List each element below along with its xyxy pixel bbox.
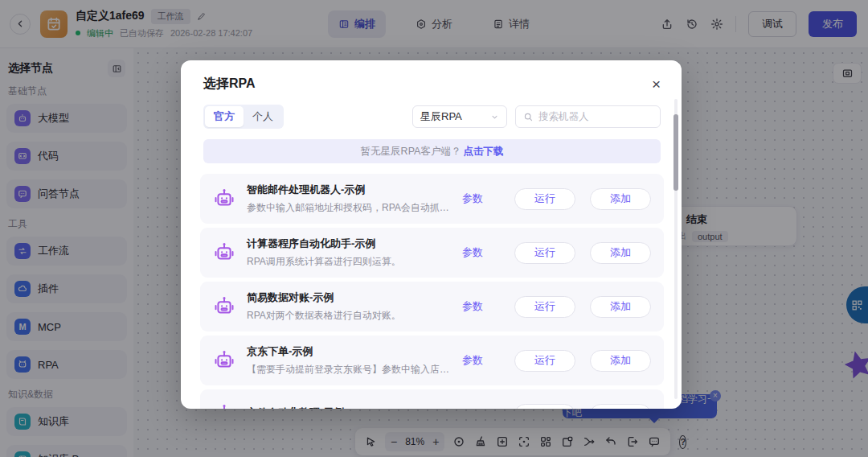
run-button[interactable]: 运行 (514, 242, 575, 264)
dropdown-value: 星辰RPA (420, 109, 462, 124)
search-input[interactable] (538, 111, 653, 122)
download-link[interactable]: 点击下载 (463, 145, 503, 159)
rpa-client-banner: 暂无星辰RPA客户端？ 点击下载 (203, 139, 661, 163)
chevron-down-icon (490, 113, 499, 121)
add-button[interactable]: 添加 (590, 404, 651, 410)
robot-row: 计算器程序自动化助手-示例 RPA调用系统计算器进行四则运算。 参数 运行 添加 (200, 228, 664, 278)
robot-title: 智能邮件处理机器人-示例 (247, 183, 454, 197)
robot-title: 计算器程序自动化助手-示例 (247, 237, 454, 251)
add-button[interactable]: 添加 (590, 350, 651, 372)
banner-text: 暂无星辰RPA客户端？ (361, 145, 461, 159)
robot-desc: 【需要手动提前登录京东账号】参数中输入店铺名和商品名，RPA会自动... (247, 363, 454, 377)
robot-icon (213, 295, 237, 318)
param-link[interactable]: 参数 (462, 407, 483, 409)
tab-personal[interactable]: 个人 (244, 106, 282, 127)
robot-row: 简易数据对账-示例 RPA对两个数据表格进行自动对账。 参数 运行 添加 (200, 282, 664, 331)
robot-row: 京东下单-示例 【需要手动提前登录京东账号】参数中输入店铺名和商品名，RPA会自… (200, 336, 664, 385)
param-link[interactable]: 参数 (462, 299, 483, 314)
run-button[interactable]: 运行 (514, 296, 575, 318)
param-link[interactable]: 参数 (462, 245, 483, 260)
tab-official[interactable]: 官方 (205, 106, 244, 127)
robot-desc: RPA调用系统计算器进行四则运算。 (247, 255, 454, 269)
run-button[interactable]: 运行 (514, 404, 575, 410)
modal-title: 选择RPA (203, 76, 256, 93)
rpa-source-tabs: 官方 个人 (203, 105, 284, 129)
run-button[interactable]: 运行 (514, 350, 575, 372)
robot-icon (213, 187, 237, 210)
rpa-platform-dropdown[interactable]: 星辰RPA (412, 105, 507, 128)
robot-row: 文件自动化整理-示例 参数 运行 添加 (200, 389, 664, 409)
workflow-editor: 自定义1afe69 工作流 编辑中 已自动保存 2026-02-28 17:42… (0, 0, 868, 457)
robot-icon (213, 403, 237, 409)
modal-scrollbar-thumb[interactable] (674, 114, 678, 191)
select-rpa-modal: 选择RPA × 官方 个人 星辰RPA 暂无星辰RPA客户端？ 点击下载 (181, 60, 682, 409)
robot-search-box (515, 105, 661, 128)
add-button[interactable]: 添加 (590, 188, 651, 210)
robot-row: 智能邮件处理机器人-示例 参数中输入邮箱地址和授权码，RPA会自动抓取前五封邮件… (200, 174, 664, 224)
search-icon (523, 112, 534, 122)
param-link[interactable]: 参数 (462, 353, 483, 368)
robot-title: 京东下单-示例 (247, 344, 454, 359)
robot-title: 文件自动化整理-示例 (247, 406, 454, 410)
robot-desc: 参数中输入邮箱地址和授权码，RPA会自动抓取前五封邮件信息。 (247, 201, 454, 215)
close-icon[interactable]: × (652, 76, 661, 92)
robot-list: 智能邮件处理机器人-示例 参数中输入邮箱地址和授权码，RPA会自动抓取前五封邮件… (200, 174, 664, 409)
robot-icon (213, 241, 237, 264)
add-button[interactable]: 添加 (590, 242, 651, 264)
add-button[interactable]: 添加 (590, 296, 651, 318)
run-button[interactable]: 运行 (514, 188, 575, 210)
robot-desc: RPA对两个数据表格进行自动对账。 (247, 309, 454, 323)
robot-title: 简易数据对账-示例 (247, 290, 454, 305)
param-link[interactable]: 参数 (462, 191, 483, 206)
robot-icon (213, 349, 237, 372)
